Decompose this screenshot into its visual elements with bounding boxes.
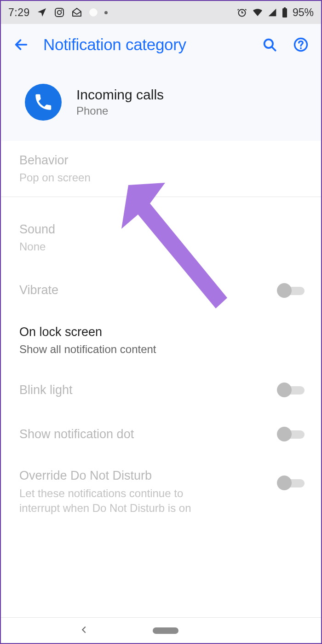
setting-lockscreen[interactable]: On lock screen Show all notification con… <box>1 313 321 368</box>
svg-rect-0 <box>55 8 63 17</box>
svg-point-2 <box>61 10 63 11</box>
nav-home-pill[interactable] <box>153 627 178 634</box>
setting-vibrate[interactable]: Vibrate <box>1 268 321 313</box>
page-title: Notification category <box>43 35 247 54</box>
setting-label: Behavior <box>19 152 297 168</box>
setting-label: On lock screen <box>19 324 297 340</box>
setting-sound[interactable]: Sound None <box>1 197 321 268</box>
mail-icon <box>71 7 82 18</box>
phone-app-icon <box>25 84 62 121</box>
search-button[interactable] <box>260 35 279 54</box>
setting-value: Pop on screen <box>19 170 297 185</box>
back-button[interactable] <box>12 35 30 54</box>
setting-label: Blink light <box>19 382 270 398</box>
status-time: 7:29 <box>8 6 30 19</box>
help-button[interactable] <box>292 35 310 54</box>
header: Notification category Incoming calls Pho… <box>1 24 321 141</box>
system-nav-bar <box>1 617 321 643</box>
more-notifications-icon <box>104 11 108 14</box>
channel-header: Incoming calls Phone <box>1 65 321 141</box>
svg-point-8 <box>300 47 302 49</box>
setting-label: Sound <box>19 221 297 238</box>
status-left: 7:29 <box>8 6 108 19</box>
setting-value: None <box>19 239 297 254</box>
settings-list: Behavior Pop on screen Sound None Vibrat… <box>1 141 321 527</box>
cell-signal-icon <box>268 7 277 18</box>
instagram-icon <box>54 7 65 18</box>
dot-toggle[interactable] <box>277 426 305 442</box>
notification-dot-icon <box>89 8 98 17</box>
vibrate-toggle[interactable] <box>277 282 305 299</box>
nav-back-button[interactable] <box>79 625 89 637</box>
setting-override-dnd[interactable]: Override Do Not Disturb Let these notifi… <box>1 456 321 527</box>
svg-point-1 <box>58 11 61 14</box>
setting-label: Override Do Not Disturb <box>19 467 210 484</box>
setting-blink-light[interactable]: Blink light <box>1 368 321 412</box>
channel-texts: Incoming calls Phone <box>76 87 164 117</box>
battery-icon <box>282 7 288 18</box>
setting-label: Show notification dot <box>19 426 270 442</box>
blink-toggle[interactable] <box>277 382 305 398</box>
channel-app-name: Phone <box>76 104 164 117</box>
setting-notification-dot[interactable]: Show notification dot <box>1 412 321 456</box>
setting-label: Vibrate <box>19 282 270 298</box>
override-toggle[interactable] <box>277 475 305 491</box>
location-icon <box>36 7 47 18</box>
svg-rect-4 <box>282 8 287 17</box>
setting-value: Let these notifications continue to inte… <box>19 486 210 516</box>
channel-title: Incoming calls <box>76 87 164 103</box>
alarm-icon <box>236 7 247 18</box>
setting-value: Show all notification content <box>19 342 297 357</box>
setting-behavior[interactable]: Behavior Pop on screen <box>1 141 321 197</box>
svg-rect-5 <box>284 7 286 9</box>
status-bar: 7:29 95% <box>1 1 321 24</box>
status-right: 95% <box>236 6 314 19</box>
battery-percent: 95% <box>293 6 314 19</box>
app-bar: Notification category <box>1 24 321 65</box>
wifi-icon <box>252 7 263 18</box>
